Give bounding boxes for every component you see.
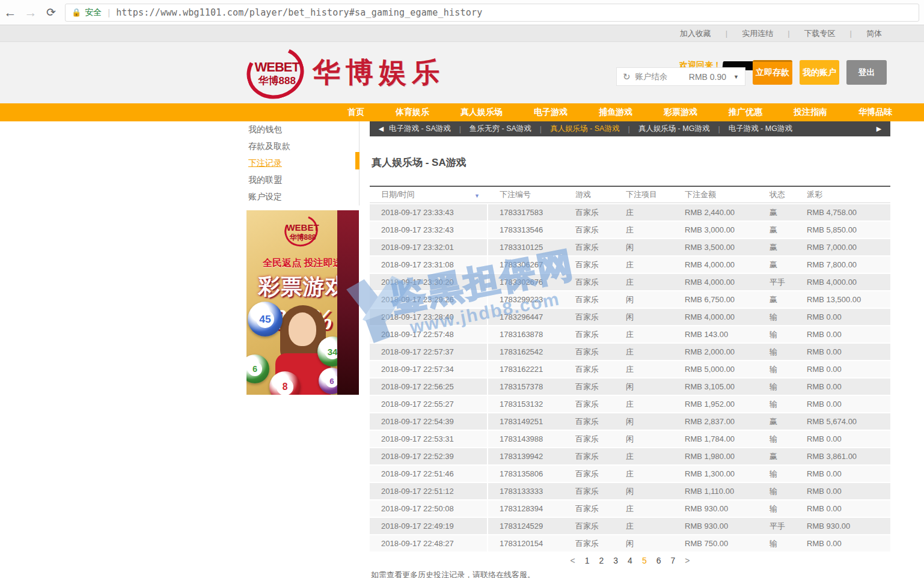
sort-descending-icon[interactable]: ▼	[474, 193, 480, 199]
cell-bet-item: 闲	[614, 434, 673, 445]
cell-amount: RMB 143.00	[673, 330, 763, 339]
column-header-1[interactable]: 日期/时间▼	[370, 187, 488, 202]
sidebar-item-2[interactable]: 存款及取款	[246, 138, 359, 155]
utility-separator: |	[726, 29, 727, 38]
table-row: 2018-09-17 22:57:341783162221百家乐庄RMB 5,0…	[370, 361, 890, 377]
sidebar-item-5[interactable]: 账户设定	[246, 189, 359, 205]
cell-game: 百家乐	[564, 469, 614, 479]
secure-label: 安全	[85, 7, 102, 18]
refresh-balance-icon[interactable]: ↻	[623, 71, 631, 82]
cell-bet-id: 1783124529	[488, 522, 564, 531]
tab-separator: |	[540, 125, 542, 133]
column-header-2: 下注编号	[488, 189, 564, 200]
utility-separator: |	[788, 29, 789, 38]
cell-status: 输	[763, 329, 801, 340]
utility-link-4[interactable]: 简体	[866, 28, 882, 39]
table-row: 2018-09-17 22:53:311783143988百家乐闲RMB 1,7…	[370, 431, 890, 447]
cell-bet-id: 1783296447	[488, 312, 564, 321]
site-logo[interactable]: WEBET 华博888 华博娱乐	[246, 47, 445, 99]
chevron-down-icon[interactable]: ▼	[733, 74, 739, 80]
nav-item-8[interactable]: 投注指南	[794, 107, 827, 118]
cell-status: 输	[763, 382, 801, 392]
nav-item-3[interactable]: 真人娱乐场	[460, 107, 503, 118]
cell-bet-id: 1783317583	[488, 208, 564, 217]
cell-amount: RMB 1,784.00	[673, 434, 763, 443]
pagination-page-2[interactable]: 2	[599, 556, 604, 565]
browser-refresh-icon[interactable]: ⟳	[41, 5, 61, 19]
logout-button[interactable]: 登出	[846, 60, 887, 85]
pagination-page-5[interactable]: 5	[642, 556, 647, 565]
tab-5[interactable]: 电子游戏 - MG游戏	[729, 124, 792, 134]
sidebar-item-3[interactable]: 下注记录	[246, 155, 359, 172]
cell-amount: RMB 4,000.00	[673, 312, 763, 321]
pagination-next[interactable]: >	[685, 556, 690, 565]
cell-payout: RMB 0.00	[801, 434, 889, 443]
cell-bet-item: 庄	[614, 329, 673, 340]
sidebar-menu: 我的钱包存款及取款下注记录我的联盟账户设定	[246, 121, 359, 205]
pagination: <1234567>	[370, 556, 890, 565]
tab-scroll-right-icon[interactable]: ▶	[874, 125, 884, 133]
sidebar-active-indicator	[355, 152, 360, 169]
table-row: 2018-09-17 22:56:251783157378百家乐闲RMB 3,1…	[370, 379, 890, 395]
balance-value: RMB 0.90	[689, 72, 726, 82]
nav-item-2[interactable]: 体育娱乐	[396, 107, 429, 118]
address-bar[interactable]: 🔒 安全 | https://www.wbg1101.com/player/be…	[65, 4, 919, 22]
tab-2[interactable]: 鱼乐无穷 - SA游戏	[470, 124, 531, 134]
cell-game: 百家乐	[564, 399, 614, 410]
banner-next-slide	[337, 210, 359, 395]
tab-scroll-left-icon[interactable]: ◀	[376, 125, 387, 133]
browser-forward-icon[interactable]: →	[20, 5, 41, 20]
site-header: WEBET 华博888 华博娱乐 欢迎回来！ ↻ 账户结余 RMB 0.90 ▼…	[0, 42, 924, 103]
cell-game: 百家乐	[564, 207, 614, 218]
cell-date: 2018-09-17 22:51:46	[370, 466, 488, 482]
cell-bet-item: 闲	[614, 538, 673, 549]
cell-status: 赢	[763, 451, 801, 462]
cell-game: 百家乐	[564, 260, 614, 270]
cell-amount: RMB 3,000.00	[673, 225, 763, 234]
banner-brand: WEBET	[281, 222, 325, 233]
my-account-button[interactable]: 我的账户	[800, 60, 839, 85]
balance-dropdown[interactable]: ↻ 账户结余 RMB 0.90 ▼	[616, 67, 745, 86]
nav-item-5[interactable]: 捕鱼游戏	[599, 107, 632, 118]
sidebar-item-1[interactable]: 我的钱包	[246, 121, 359, 138]
cell-bet-item: 闲	[614, 242, 673, 253]
nav-item-1[interactable]: 首页	[347, 107, 364, 118]
cell-bet-item: 闲	[614, 312, 673, 323]
pagination-prev[interactable]: <	[571, 556, 575, 565]
promo-banner[interactable]: WEBET 华博888 全民返点 投注即送 彩票游戏 0.5% 4534686	[246, 210, 359, 395]
cell-game: 百家乐	[564, 521, 614, 532]
cell-bet-id: 1783310125	[488, 243, 564, 252]
nav-item-4[interactable]: 电子游戏	[534, 107, 568, 118]
column-header-6: 状态	[763, 189, 801, 200]
cell-status: 赢	[763, 225, 801, 236]
cell-payout: RMB 0.00	[801, 487, 889, 496]
nav-item-6[interactable]: 彩票游戏	[664, 107, 697, 118]
tab-4[interactable]: 真人娱乐场 - MG游戏	[638, 124, 710, 134]
sidebar-item-4[interactable]: 我的联盟	[246, 172, 359, 189]
cell-bet-id: 1783133333	[488, 487, 564, 496]
cell-date: 2018-09-17 22:54:39	[370, 413, 488, 430]
nav-item-7[interactable]: 推广优惠	[729, 107, 762, 118]
pagination-page-3[interactable]: 3	[613, 556, 618, 565]
tab-3[interactable]: 真人娱乐场 - SA游戏	[550, 124, 619, 134]
cell-bet-id: 1783302676	[488, 278, 564, 287]
table-row: 2018-09-17 22:57:371783162542百家乐庄RMB 2,0…	[370, 344, 890, 360]
pagination-page-7[interactable]: 7	[670, 556, 675, 565]
tab-1[interactable]: 电子游戏 - SA游戏	[389, 124, 451, 134]
utility-separator: |	[850, 29, 852, 38]
utility-link-1[interactable]: 加入收藏	[680, 28, 711, 39]
cell-payout: RMB 0.00	[801, 382, 889, 391]
utility-link-2[interactable]: 实用连结	[742, 28, 773, 39]
pagination-page-4[interactable]: 4	[628, 556, 632, 565]
nav-item-9[interactable]: 华博品味	[858, 107, 892, 118]
cell-bet-item: 庄	[614, 451, 673, 462]
deposit-button[interactable]: 立即存款	[753, 60, 792, 85]
browser-back-icon[interactable]: ←	[0, 5, 20, 20]
pagination-page-6[interactable]: 6	[656, 556, 661, 565]
cell-bet-id: 1783135806	[488, 469, 564, 478]
pagination-page-1[interactable]: 1	[585, 556, 590, 565]
cell-date: 2018-09-17 22:52:39	[370, 448, 488, 464]
cell-status: 平手	[763, 521, 801, 532]
cell-bet-item: 庄	[614, 347, 673, 357]
utility-link-3[interactable]: 下载专区	[804, 28, 836, 39]
